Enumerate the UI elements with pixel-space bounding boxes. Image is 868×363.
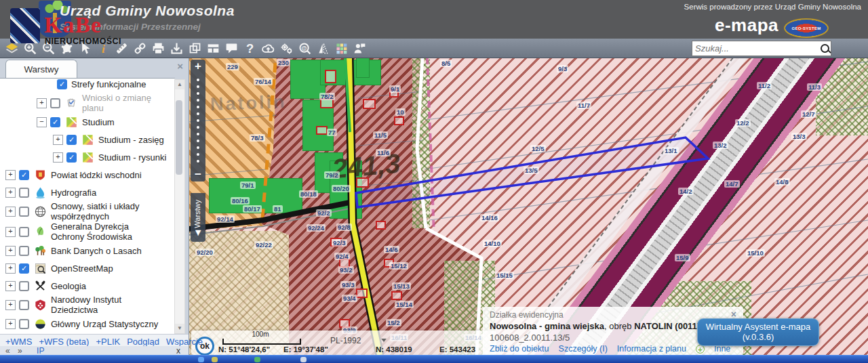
help-icon[interactable]: ? xyxy=(242,40,257,56)
mirror-compare-icon[interactable] xyxy=(315,40,330,56)
layer-checkbox[interactable]: ✓ xyxy=(19,170,29,180)
download-icon[interactable] xyxy=(169,40,184,56)
layer-row[interactable]: +Generalna Dyrekcja Ochrony Środowiska xyxy=(0,221,175,242)
layer-row[interactable]: +✓Powiat łódzki wschodni xyxy=(0,166,175,184)
cloud-transfer-icon[interactable] xyxy=(260,40,275,56)
layer-row[interactable]: +Hydrografia xyxy=(0,184,175,201)
layout-icon[interactable] xyxy=(205,40,220,56)
expand-icon[interactable]: + xyxy=(53,152,63,163)
popup-link[interactable]: Informacja z planu xyxy=(617,344,686,354)
layer-row[interactable]: +Osnowy, siatki i układy współrzędnych xyxy=(0,201,175,221)
expand-icon[interactable]: + xyxy=(53,135,63,145)
search-input[interactable] xyxy=(692,43,818,54)
zoom-out-icon[interactable] xyxy=(41,40,56,56)
layer-row[interactable]: +✓OpenStreetMap xyxy=(0,259,175,277)
measure-icon[interactable] xyxy=(114,40,129,56)
select-polygon-icon[interactable] xyxy=(59,40,74,56)
layer-checkbox[interactable] xyxy=(19,207,29,217)
settings-gears-icon[interactable] xyxy=(279,40,294,56)
footer-link[interactable]: Podgląd xyxy=(127,337,159,346)
taskbar-start-icon[interactable] xyxy=(198,357,204,362)
pager-next[interactable]: » xyxy=(18,346,22,356)
geologia-layer-icon xyxy=(33,279,47,293)
expand-icon[interactable]: + xyxy=(5,263,16,274)
layers-icon[interactable] xyxy=(4,40,19,56)
search-icon[interactable] xyxy=(818,42,831,56)
info-icon[interactable]: i xyxy=(96,40,111,56)
expand-icon[interactable]: + xyxy=(5,207,16,217)
layer-row[interactable]: +Geologia xyxy=(0,277,175,295)
link-icon[interactable] xyxy=(132,40,147,56)
scroll-down-icon[interactable]: ▼ xyxy=(175,324,184,333)
footer-link[interactable]: +WMS xyxy=(5,337,32,346)
pointer-icon[interactable] xyxy=(77,40,92,56)
popup-link[interactable]: Szczegóły (I) xyxy=(559,344,608,354)
chevron-down-icon[interactable] xyxy=(381,339,387,342)
layer-row[interactable]: ✓Strefy funkcjonalne xyxy=(0,78,175,93)
expand-icon[interactable]: + xyxy=(5,281,16,291)
pager-ip-link[interactable]: IP xyxy=(37,346,44,356)
layer-checkbox[interactable] xyxy=(19,227,29,237)
layer-checkbox[interactable]: ✓ xyxy=(57,79,67,89)
expand-icon[interactable]: + xyxy=(5,227,16,237)
layer-tree-scrollbar[interactable]: ▲ ▼ xyxy=(174,79,185,334)
expand-icon[interactable]: + xyxy=(5,170,16,180)
layer-checkbox[interactable]: ✓ xyxy=(66,152,77,163)
layer-checkbox[interactable]: ✓ xyxy=(50,117,60,127)
header: Urząd Gminy Nowosolna System Informacji … xyxy=(0,0,868,39)
zoom-slider[interactable] xyxy=(191,73,205,168)
collapse-icon[interactable]: − xyxy=(37,117,47,127)
footer-link[interactable]: +WFS (beta) xyxy=(39,337,89,346)
panel-close-icon[interactable]: × xyxy=(177,60,183,72)
layer-row[interactable]: +Wnioski o zmianę planu xyxy=(0,93,175,113)
os-taskbar[interactable] xyxy=(0,355,868,363)
tab-warstwy[interactable]: Warstwy xyxy=(5,60,77,79)
pager-close[interactable]: x xyxy=(176,346,180,356)
scrollbar-thumb[interactable] xyxy=(176,100,182,175)
expand-icon[interactable]: + xyxy=(5,300,16,310)
expand-icon[interactable]: + xyxy=(5,319,16,329)
layer-row[interactable]: +Główny Urząd Statystyczny xyxy=(0,315,175,333)
projection-select[interactable]: PL-1992 xyxy=(330,336,361,345)
taskbar-app-icon[interactable] xyxy=(254,357,260,362)
footer-link[interactable]: Wsparcie xyxy=(166,337,203,346)
layer-row[interactable]: +✓Studium - zasięg xyxy=(0,131,175,148)
copy-view-icon[interactable] xyxy=(187,40,202,56)
layer-label: OpenStreetMap xyxy=(51,263,113,274)
popup-link[interactable]: Zbliż do obiektu xyxy=(490,344,549,354)
expand-icon[interactable]: + xyxy=(37,98,47,108)
layer-checkbox[interactable] xyxy=(19,281,29,291)
layers-vertical-tab[interactable]: ◀ Warstwy xyxy=(191,193,205,242)
parcel-label: 13/2 xyxy=(713,142,728,149)
layer-checkbox[interactable]: ✓ xyxy=(66,135,77,145)
scroll-up-icon[interactable]: ▲ xyxy=(175,80,184,89)
layer-row[interactable]: +Bank Danych o Lasach xyxy=(0,242,175,259)
taskbar-app-icon[interactable] xyxy=(300,357,307,362)
search-address-icon[interactable]: @ xyxy=(297,40,312,56)
zoom-in-icon[interactable] xyxy=(22,40,37,56)
pager-prev[interactable]: « xyxy=(5,346,10,356)
expand-icon[interactable]: + xyxy=(5,188,16,198)
feedback-bubble-icon[interactable] xyxy=(224,40,239,56)
layer-row[interactable]: −✓Studium xyxy=(0,113,175,131)
contact-person-icon[interactable] xyxy=(352,40,367,56)
layer-checkbox[interactable] xyxy=(50,98,60,108)
layer-row[interactable]: +✓Studium - rysunki xyxy=(0,148,175,166)
layer-checkbox[interactable] xyxy=(19,188,29,198)
layer-row[interactable]: +Narodowy Instytut Dziedzictwa xyxy=(0,295,175,315)
parcel-label: 11/5 xyxy=(373,131,388,139)
expand-icon[interactable]: + xyxy=(5,246,16,256)
zoom-out-button[interactable]: − xyxy=(191,168,205,182)
layer-checkbox[interactable] xyxy=(19,246,29,256)
taskbar-app-icon[interactable] xyxy=(212,357,218,362)
print-icon[interactable] xyxy=(151,40,165,56)
layer-checkbox[interactable] xyxy=(19,300,29,310)
layer-checkbox[interactable]: ✓ xyxy=(19,263,29,274)
virtual-assistant-button[interactable]: Wirtualny Asystent e-mapa (v.0.3.6) xyxy=(697,318,819,346)
page-subtitle: System Informacji Przestrzennej xyxy=(60,22,235,32)
zoom-in-button[interactable]: + xyxy=(191,60,205,73)
footer-link[interactable]: +PLIK xyxy=(96,337,120,346)
layer-checkbox[interactable] xyxy=(19,319,29,329)
legend-grid-icon[interactable] xyxy=(334,40,349,56)
map-viewport[interactable]: Natolin 241,3 22923076/1478/378/27779/27… xyxy=(189,58,868,355)
